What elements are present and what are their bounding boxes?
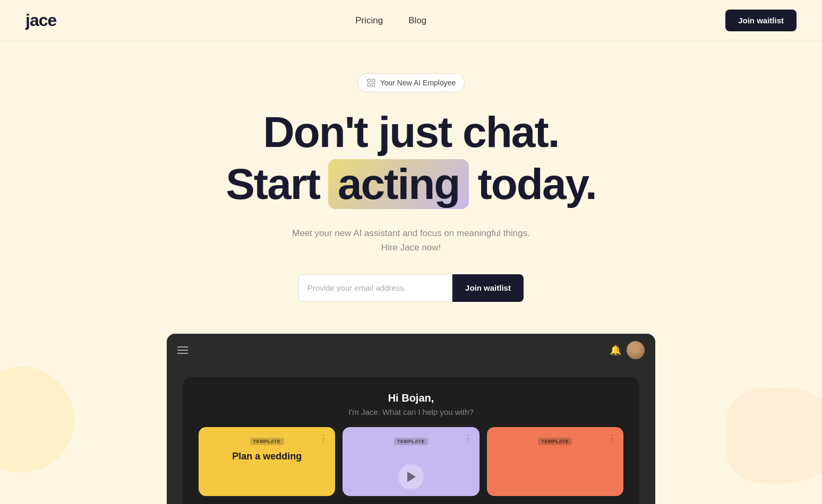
hero-subtitle: Meet your new AI assistant and focus on … [292,226,530,255]
chat-greeting: Hi Bojan, [199,392,623,404]
card-3-menu[interactable]: ⋮ [607,435,616,443]
chat-message-box: Hi Bojan, I'm Jace. What can I help you … [183,377,639,504]
template-card-2[interactable]: TEMPLATE ⋮ [343,427,479,496]
nav-links: Pricing Blog [355,15,426,26]
subtitle-line1: Meet your new AI assistant and focus on … [292,228,530,238]
join-waitlist-hero-button[interactable]: Join waitlist [452,274,524,302]
menu-icon[interactable] [177,346,188,354]
badge-text: Your New AI Employee [380,79,456,87]
topbar-right: 🔔 [610,341,645,359]
bell-icon: 🔔 [610,344,621,356]
title-end: today. [477,161,596,207]
svg-rect-0 [367,79,370,82]
hero-section: Your New AI Employee Don't just chat. St… [0,41,822,504]
hero-content: Your New AI Employee Don't just chat. St… [0,41,822,504]
card-2-menu[interactable]: ⋮ [464,435,472,443]
avatar[interactable] [627,341,645,359]
app-preview: 🔔 Hi Bojan, I'm Jace. What can I help yo… [167,334,655,504]
navbar: jace Pricing Blog Join waitlist [0,0,822,41]
subtitle-line2: Hire Jace now! [381,242,441,253]
email-input[interactable] [298,274,452,302]
card-3-badge: TEMPLATE [538,438,572,445]
card-2-badge: TEMPLATE [394,438,428,445]
chat-area: Hi Bojan, I'm Jace. What can I help you … [167,367,655,504]
card-1-title: Plan a wedding [207,450,327,463]
template-card-1[interactable]: TEMPLATE ⋮ Plan a wedding [199,427,335,496]
hero-title-line2: Start acting today. [226,159,596,209]
email-form: Join waitlist [298,274,524,302]
chat-subtext: I'm Jace. What can I help you with? [199,407,623,416]
badge-icon [366,78,376,88]
hero-title-line1: Don't just chat. [263,109,559,155]
svg-rect-1 [372,79,374,82]
nav-link-blog[interactable]: Blog [408,15,426,26]
svg-rect-3 [372,84,374,86]
logo[interactable]: jace [25,11,56,30]
title-highlight: acting [328,159,469,209]
app-topbar: 🔔 [167,334,655,367]
play-button[interactable] [398,464,424,489]
nav-link-pricing[interactable]: Pricing [355,15,383,26]
card-1-menu[interactable]: ⋮ [319,435,328,443]
ai-badge: Your New AI Employee [357,73,465,92]
title-start: Start [226,161,320,207]
template-card-3[interactable]: TEMPLATE ⋮ [487,427,623,496]
nav-cta: Join waitlist [725,10,797,31]
play-triangle-icon [407,471,416,482]
template-cards: TEMPLATE ⋮ Plan a wedding TEMPLATE ⋮ [199,427,623,496]
join-waitlist-nav-button[interactable]: Join waitlist [725,10,797,31]
avatar-image [627,341,645,359]
card-1-badge: TEMPLATE [250,438,284,445]
svg-rect-2 [367,84,370,86]
